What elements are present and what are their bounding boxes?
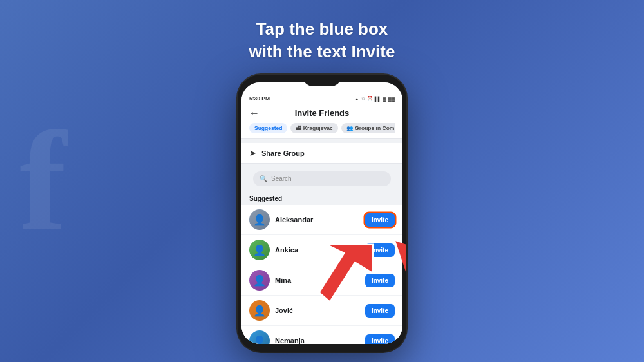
back-button[interactable]: ←: [249, 108, 260, 119]
red-arrow-annotation: [393, 239, 406, 294]
arrow-pointer: [316, 241, 380, 305]
friend-row-4: 👤 Nemanja Invite: [242, 326, 402, 344]
avatar-4: 👤: [249, 330, 270, 344]
friend-name-3: Jović: [275, 307, 360, 314]
app-header: ← Invite Friends Suggested 🏙 Kragujevac …: [242, 104, 402, 139]
invite-button-0[interactable]: Invite: [365, 213, 395, 227]
tab-suggested[interactable]: Suggested: [249, 123, 287, 133]
tab-groups[interactable]: 👥 Groups in Comm: [341, 123, 395, 133]
page-title: Invite Friends: [295, 108, 350, 118]
search-container: 🔍 Search: [242, 164, 402, 191]
search-bar[interactable]: 🔍 Search: [253, 171, 391, 186]
share-group-label: Share Group: [261, 149, 305, 157]
invite-button-3[interactable]: Invite: [365, 304, 395, 318]
avatar-3: 👤: [249, 300, 270, 321]
instruction-line2: with the text Invite: [249, 42, 395, 61]
tab-row: Suggested 🏙 Kragujevac 👥 Groups in Comm: [249, 123, 395, 133]
status-icons: ▲ ☆ ⏰ ▌▌ ▓ ▓▓: [355, 96, 395, 101]
tab-kragujevac[interactable]: 🏙 Kragujevac: [290, 123, 337, 133]
svg-marker-2: [319, 245, 373, 302]
instruction-text: Tap the blue box with the text Invite: [249, 18, 395, 63]
friend-name-0: Aleksandar: [275, 216, 360, 224]
avatar-2: 👤: [249, 270, 270, 291]
fb-watermark: f: [19, 100, 60, 263]
friend-row-0: 👤 Aleksandar Invite: [242, 205, 402, 235]
suggested-section-label: Suggested: [242, 191, 402, 205]
avatar-1: 👤: [249, 240, 270, 260]
header-title-row: ← Invite Friends: [249, 108, 395, 118]
avatar-0: 👤: [249, 209, 270, 230]
share-group-row[interactable]: ➤ Share Group: [242, 143, 402, 164]
phone-notch: [303, 75, 341, 86]
phone-mockup: 5:30 PM ▲ ☆ ⏰ ▌▌ ▓ ▓▓ ← Invite Friends S…: [238, 75, 406, 352]
instruction-line1: Tap the blue box: [256, 19, 388, 39]
status-time: 5:30 PM: [249, 95, 270, 102]
search-icon: 🔍: [260, 175, 267, 182]
search-placeholder: Search: [271, 175, 292, 182]
share-icon: ➤: [249, 148, 256, 158]
invite-button-4[interactable]: Invite: [365, 334, 395, 345]
friend-name-4: Nemanja: [275, 337, 360, 344]
